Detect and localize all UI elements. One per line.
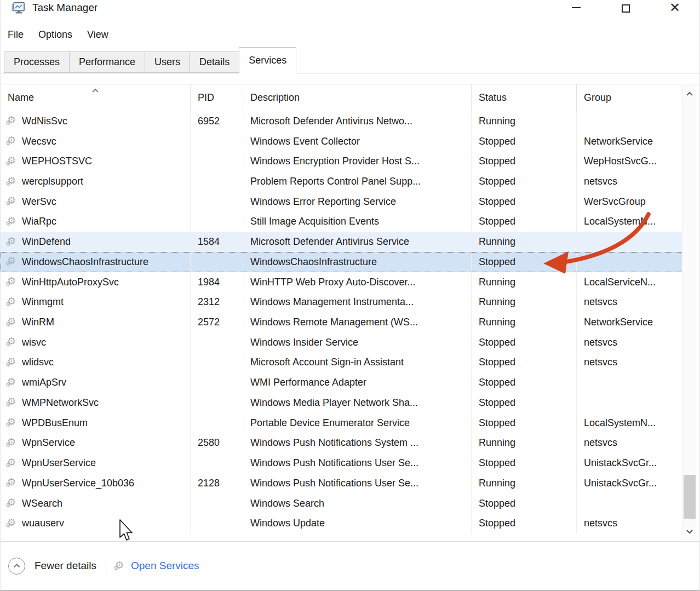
task-manager-window: Task Manager ✕ File Options View Process… bbox=[0, 0, 700, 591]
tab-users[interactable]: Users bbox=[145, 51, 190, 73]
service-name: wlidsvc bbox=[22, 357, 54, 368]
menu-view[interactable]: View bbox=[87, 29, 108, 41]
service-status: Stopped bbox=[479, 136, 515, 147]
scrollbar-thumb[interactable] bbox=[684, 475, 696, 519]
menu-options[interactable]: Options bbox=[38, 29, 72, 41]
service-gear-icon: ⚙⚙ bbox=[7, 156, 18, 167]
service-group: netsvcs bbox=[584, 518, 617, 529]
service-description: Microsoft Defender Antivirus Netwo... bbox=[250, 116, 412, 127]
service-group: netsvcs bbox=[584, 357, 617, 368]
service-group: netsvcs bbox=[584, 337, 617, 348]
service-name: WSearch bbox=[22, 498, 62, 509]
tab-processes[interactable]: Processes bbox=[4, 51, 70, 73]
service-gear-icon: ⚙⚙ bbox=[7, 297, 18, 308]
service-gear-icon: ⚙⚙ bbox=[7, 478, 18, 489]
service-row[interactable]: ⚙⚙ WpnService 2580 Windows Push Notifica… bbox=[1, 433, 683, 454]
service-name: Wecsvc bbox=[22, 136, 56, 147]
service-row[interactable]: ⚙⚙ WMPNetworkSvc Windows Media Player Ne… bbox=[1, 393, 683, 413]
menu-bar: File Options View bbox=[1, 25, 108, 44]
service-description: Microsoft Account Sign-in Assistant bbox=[250, 357, 404, 368]
fewer-details-button[interactable]: Fewer details bbox=[8, 558, 96, 575]
service-row[interactable]: ⚙⚙ Wecsvc Windows Event Collector Stoppe… bbox=[1, 131, 683, 152]
service-status: Running bbox=[479, 236, 515, 248]
service-description: Windows Push Notifications User Se... bbox=[250, 457, 418, 469]
column-header-name[interactable]: Name bbox=[1, 84, 191, 111]
service-row[interactable]: ⚙⚙ wercplsupport Problem Reports Control… bbox=[1, 171, 683, 192]
service-group: UnistackSvcGr... bbox=[584, 478, 657, 489]
service-group: LocalSystemN... bbox=[584, 216, 656, 227]
service-name: wercplsupport bbox=[22, 176, 83, 187]
tab-details[interactable]: Details bbox=[190, 51, 239, 73]
scroll-down-button[interactable] bbox=[682, 525, 697, 538]
scroll-up-button[interactable] bbox=[682, 87, 697, 100]
service-name: WinRM bbox=[22, 317, 54, 328]
service-status: Stopped bbox=[479, 216, 515, 227]
service-gear-icon: ⚙⚙ bbox=[7, 377, 18, 388]
service-row[interactable]: ⚙⚙ wuauserv Windows Update Stopped netsv… bbox=[1, 513, 683, 533]
service-row[interactable]: ⚙⚙ WiaRpc Still Image Acquisition Events… bbox=[1, 212, 683, 232]
service-name: Winmgmt bbox=[22, 296, 64, 308]
tab-performance[interactable]: Performance bbox=[69, 51, 145, 73]
service-name: wuauserv bbox=[22, 518, 64, 529]
service-description: Windows Management Instrumenta... bbox=[250, 296, 414, 308]
service-name: WpnUserService bbox=[22, 457, 96, 469]
window-title: Task Manager bbox=[32, 2, 97, 14]
service-group: WepHostSvcG... bbox=[584, 156, 657, 167]
footer-divider bbox=[106, 558, 106, 573]
service-row[interactable]: ⚙⚙ WPDBusEnum Portable Device Enumerator… bbox=[1, 413, 683, 433]
service-row[interactable]: ⚙⚙ WinHttpAutoProxySvc 1984 WinHTTP Web … bbox=[1, 272, 683, 292]
service-row[interactable]: ⚙⚙ WpnUserService Windows Push Notificat… bbox=[1, 453, 683, 473]
tab-services[interactable]: Services bbox=[239, 47, 296, 73]
service-status: Stopped bbox=[479, 377, 515, 388]
service-row[interactable]: ⚙⚙ WdNisSvc 6952 Microsoft Defender Anti… bbox=[1, 111, 683, 131]
title-bar: Task Manager ✕ bbox=[1, 0, 699, 19]
service-description: Microsoft Defender Antivirus Service bbox=[250, 236, 409, 248]
minimize-button[interactable] bbox=[552, 0, 601, 20]
sort-asc-icon bbox=[87, 84, 104, 96]
service-row[interactable]: ⚙⚙ WinDefend 1584 Microsoft Defender Ant… bbox=[1, 232, 683, 252]
service-status: Stopped bbox=[479, 397, 515, 409]
service-row[interactable]: ⚙⚙ Winmgmt 2312 Windows Management Instr… bbox=[1, 292, 683, 312]
column-header-pid[interactable]: PID bbox=[191, 84, 243, 111]
column-header-description[interactable]: Description bbox=[243, 84, 472, 111]
menu-file[interactable]: File bbox=[8, 29, 24, 41]
chevron-down-icon bbox=[686, 529, 693, 534]
service-name: wmiApSrv bbox=[22, 377, 66, 388]
service-gear-icon: ⚙⚙ bbox=[7, 498, 18, 509]
circle-chevron-up-icon bbox=[8, 558, 25, 575]
service-pid: 1584 bbox=[198, 236, 220, 248]
open-services-link[interactable]: ⚙⚙ Open Services bbox=[114, 560, 199, 572]
service-status: Stopped bbox=[479, 337, 515, 348]
gear-icon: ⚙⚙ bbox=[114, 561, 125, 572]
service-gear-icon: ⚙⚙ bbox=[7, 277, 18, 288]
service-gear-icon: ⚙⚙ bbox=[7, 518, 18, 529]
service-row[interactable]: ⚙⚙ WinRM 2572 Windows Remote Management … bbox=[1, 312, 683, 332]
task-manager-icon bbox=[12, 1, 26, 15]
vertical-scrollbar[interactable] bbox=[682, 85, 696, 540]
service-row[interactable]: ⚙⚙ wlidsvc Microsoft Account Sign-in Ass… bbox=[1, 353, 683, 373]
service-gear-icon: ⚙⚙ bbox=[7, 317, 18, 328]
service-group: WerSvcGroup bbox=[584, 196, 646, 208]
service-gear-icon: ⚙⚙ bbox=[7, 196, 18, 207]
service-row[interactable]: ⚙⚙ WindowsChaosInfrastructure WindowsCha… bbox=[1, 252, 683, 272]
service-status: Running bbox=[479, 296, 515, 308]
service-status: Stopped bbox=[479, 417, 515, 429]
column-header-group[interactable]: Group bbox=[577, 84, 683, 111]
service-pid: 2312 bbox=[198, 296, 220, 308]
service-row[interactable]: ⚙⚙ WpnUserService_10b036 2128 Windows Pu… bbox=[1, 473, 683, 494]
service-gear-icon: ⚙⚙ bbox=[7, 176, 18, 187]
service-row[interactable]: ⚙⚙ WSearch Windows Search Stopped bbox=[1, 494, 683, 514]
service-description: WindowsChaosInfrastructure bbox=[250, 256, 377, 268]
service-description: Windows Push Notifications System ... bbox=[250, 437, 418, 449]
tab-strip: Processes Performance Users Details Serv… bbox=[1, 48, 699, 73]
service-status: Stopped bbox=[479, 196, 515, 208]
service-row[interactable]: ⚙⚙ wisvc Windows Insider Service Stopped… bbox=[1, 332, 683, 353]
service-row[interactable]: ⚙⚙ WerSvc Windows Error Reporting Servic… bbox=[1, 192, 683, 212]
service-description: WinHTTP Web Proxy Auto-Discover... bbox=[250, 277, 415, 288]
maximize-button[interactable] bbox=[601, 0, 650, 20]
column-header-status[interactable]: Status bbox=[472, 84, 577, 111]
service-row[interactable]: ⚙⚙ WEPHOSTSVC Windows Encryption Provide… bbox=[1, 151, 683, 171]
close-button[interactable]: ✕ bbox=[650, 0, 699, 20]
service-description: Windows Push Notifications User Se... bbox=[250, 478, 418, 489]
service-row[interactable]: ⚙⚙ wmiApSrv WMI Performance Adapter Stop… bbox=[1, 372, 683, 393]
